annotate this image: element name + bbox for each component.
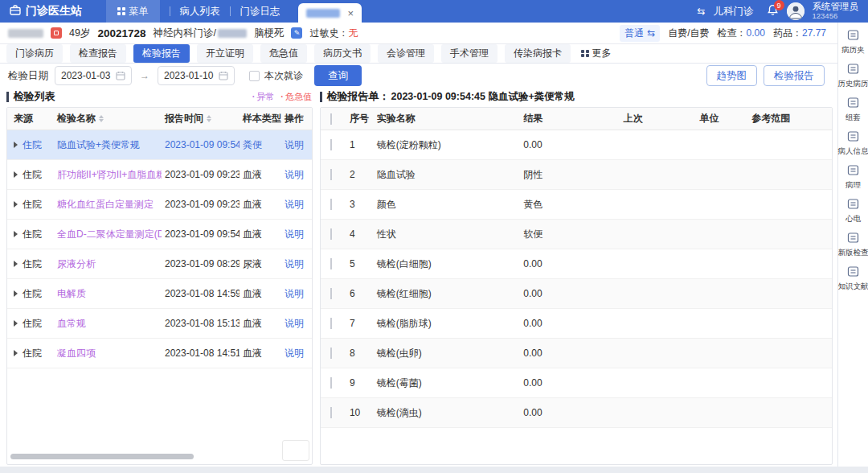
sidebar-item-心电[interactable]: 心电 xyxy=(838,198,868,224)
patient-tab[interactable]: × xyxy=(298,3,362,23)
row-checkbox[interactable] xyxy=(330,377,332,389)
redacted-patient-name xyxy=(306,9,340,18)
sidebar-item-新版检查[interactable]: 新版检查 xyxy=(838,232,868,258)
close-icon[interactable]: × xyxy=(348,8,354,19)
sidebar-item-病人信息[interactable]: 病人信息 xyxy=(838,130,868,157)
select-all-checkbox[interactable] xyxy=(330,113,332,125)
horizontal-scrollbar[interactable] xyxy=(10,454,194,459)
notification-bell[interactable]: 9 xyxy=(767,4,779,19)
report-row[interactable]: 1镜检(淀粉颗粒)0.00 xyxy=(321,130,832,160)
sidebar-item-组套[interactable]: 组套 xyxy=(838,97,868,123)
column-header-操作[interactable]: 操作 xyxy=(281,112,312,125)
test-result: 0.00 xyxy=(520,139,620,150)
report-table-body: 1镜检(淀粉颗粒)0.002隐血试验阴性3颜色黄色4性状软便5镜检(白细胞)0.… xyxy=(321,130,832,428)
source-cell: 住院 xyxy=(7,347,54,360)
avatar[interactable] xyxy=(787,2,805,20)
expand-icon[interactable] xyxy=(14,231,18,237)
tab-4[interactable]: 开立证明 xyxy=(197,44,253,63)
more-tabs-button[interactable]: 更多 xyxy=(581,47,612,60)
patient-age: 49岁 xyxy=(69,27,90,40)
current-visit-checkbox[interactable] xyxy=(249,71,260,81)
lab-list-row[interactable]: 住院隐血试验+粪便常规2023-01-09 09:54粪便说明 xyxy=(7,130,312,160)
fee-level-switcher[interactable]: 普通 ⇆ xyxy=(620,25,660,42)
report-row[interactable]: 2隐血试验阴性 xyxy=(321,160,832,190)
expand-icon[interactable] xyxy=(14,171,18,178)
drug-fee: 药品：27.77 xyxy=(773,27,826,40)
column-header-样本类型[interactable]: 样本类型 xyxy=(240,112,281,125)
sidebar-item-病理[interactable]: 病理 xyxy=(838,164,868,191)
explain-link[interactable]: 说明 xyxy=(285,287,304,301)
expand-icon[interactable] xyxy=(14,201,18,208)
lab-name: 凝血四项 xyxy=(57,347,96,360)
explain-link[interactable]: 说明 xyxy=(285,228,304,241)
row-checkbox[interactable] xyxy=(330,228,332,240)
row-checkbox[interactable] xyxy=(330,199,332,210)
notification-badge: 9 xyxy=(774,0,784,10)
tab-7[interactable]: 会诊管理 xyxy=(378,44,434,63)
expand-icon[interactable] xyxy=(14,142,18,148)
report-row[interactable]: 3颜色黄色 xyxy=(321,190,832,220)
report-row[interactable]: 5镜检(白细胞)0.00 xyxy=(321,249,832,279)
tab-2[interactable]: 检查报告 xyxy=(70,44,126,63)
sort-icon[interactable] xyxy=(99,115,104,122)
lab-list-row[interactable]: 住院电解质2023-01-08 14:59血液说明 xyxy=(7,279,312,309)
lab-list-row[interactable]: 住院血常规2023-01-08 15:13血液说明 xyxy=(7,309,312,339)
tab-3[interactable]: 检验报告 xyxy=(133,44,190,63)
row-checkbox[interactable] xyxy=(330,348,332,359)
explain-link[interactable]: 说明 xyxy=(285,347,304,360)
row-checkbox[interactable] xyxy=(330,169,332,180)
date-from-input[interactable]: 2023-01-03 xyxy=(55,66,132,85)
lab-list-row[interactable]: 住院肝功能II+肾功II+血脂血糖…2023-01-09 09:23血液说明 xyxy=(7,160,312,190)
row-checkbox[interactable] xyxy=(330,288,332,299)
nav-clinic-log[interactable]: 门诊日志 xyxy=(240,5,280,19)
column-header-结果: 结果 xyxy=(520,112,620,125)
sidebar-item-病历夹[interactable]: 病历夹 xyxy=(838,29,868,56)
menu-button[interactable]: 菜单 xyxy=(106,0,160,23)
column-header-报告时间[interactable]: 报告时间 xyxy=(162,112,240,125)
sample-type: 血液 xyxy=(243,287,262,301)
tab-8[interactable]: 手术管理 xyxy=(441,44,497,63)
report-row[interactable]: 6镜检(红细胞)0.00 xyxy=(321,279,832,309)
report-row[interactable]: 9镜检(霉菌)0.00 xyxy=(321,368,832,398)
tab-1[interactable]: 门诊病历 xyxy=(6,44,63,63)
action-cell: 说明 xyxy=(281,138,312,152)
nav-patient-list[interactable]: 病人列表 xyxy=(180,5,220,19)
report-row[interactable]: 10镜检(滴虫)0.00 xyxy=(321,398,832,428)
sort-icon[interactable] xyxy=(207,115,211,122)
row-checkbox[interactable] xyxy=(330,258,332,269)
column-header-检验名称[interactable]: 检验名称 xyxy=(54,112,162,125)
lab-report-button[interactable]: 检验报告 xyxy=(764,65,825,86)
explain-link[interactable]: 说明 xyxy=(285,138,304,152)
explain-link[interactable]: 说明 xyxy=(285,257,304,271)
allergy-edit-icon[interactable]: ✎ xyxy=(291,27,302,39)
report-row[interactable]: 7镜检(脂肪球)0.00 xyxy=(321,309,832,339)
lab-list-row[interactable]: 住院尿液分析2023-01-09 08:29尿液说明 xyxy=(7,249,312,279)
sidebar-item-知识文献[interactable]: 知识文献 xyxy=(838,265,868,292)
row-checkbox[interactable] xyxy=(330,139,332,150)
trend-chart-button[interactable]: 趋势图 xyxy=(706,65,758,86)
expand-icon[interactable] xyxy=(14,290,18,297)
tab-9[interactable]: 传染病报卡 xyxy=(505,44,571,63)
tab-5[interactable]: 危急值 xyxy=(260,44,307,63)
lab-list-row[interactable]: 住院凝血四项2023-01-08 14:51血液说明 xyxy=(7,339,312,368)
expand-icon[interactable] xyxy=(14,350,18,356)
date-to-input[interactable]: 2023-01-10 xyxy=(158,66,235,85)
explain-link[interactable]: 说明 xyxy=(285,168,304,182)
explain-link[interactable]: 说明 xyxy=(285,317,304,331)
column-header-来源[interactable]: 来源 xyxy=(7,112,54,125)
tab-6[interactable]: 病历文书 xyxy=(314,44,371,63)
lab-list-row[interactable]: 住院全血D-二聚体定量测定(D-…2023-01-09 09:54血液说明 xyxy=(7,220,312,249)
row-checkbox[interactable] xyxy=(330,318,332,329)
sidebar-item-历史病历[interactable]: 历史病历 xyxy=(838,63,868,89)
report-row[interactable]: 8镜检(虫卵)0.00 xyxy=(321,339,832,368)
clinic-switcher[interactable]: 儿科门诊 xyxy=(714,5,754,19)
lab-list-row[interactable]: 住院糖化血红蛋白定量测定2023-01-09 09:23血液说明 xyxy=(7,190,312,220)
expand-icon[interactable] xyxy=(14,261,18,267)
row-checkbox[interactable] xyxy=(330,407,332,418)
user-info[interactable]: 系统管理员 123456 xyxy=(813,2,859,21)
search-button[interactable]: 查询 xyxy=(314,65,362,86)
expand-icon[interactable] xyxy=(14,320,18,327)
report-row[interactable]: 4性状软便 xyxy=(321,220,832,249)
explain-link[interactable]: 说明 xyxy=(285,198,304,212)
sample-type: 粪便 xyxy=(243,138,262,152)
